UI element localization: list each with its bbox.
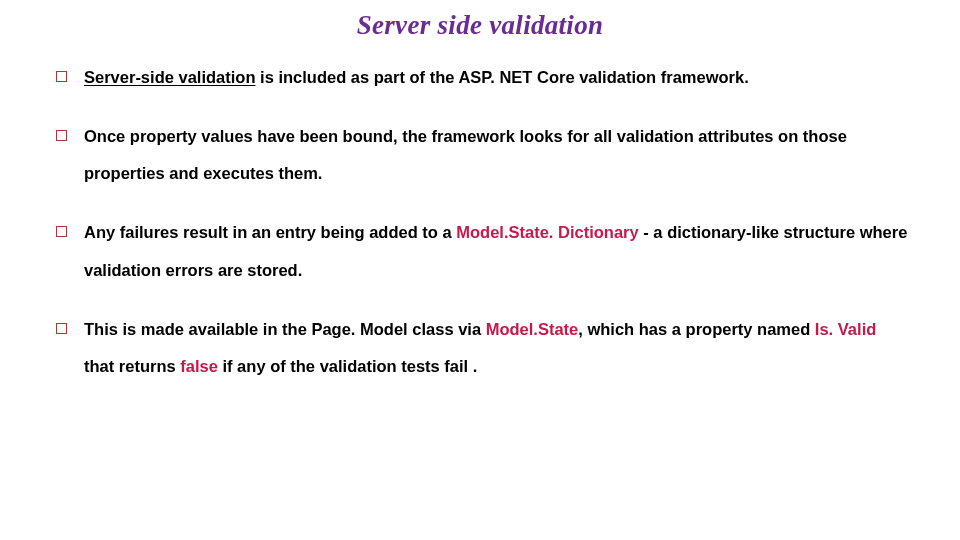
bullet-text: that returns	[84, 357, 180, 375]
model-state-term: Model.State	[486, 320, 579, 338]
is-valid-term: Is. Valid	[815, 320, 876, 338]
bullet-text: , which has a property named	[578, 320, 815, 338]
bullet-text: Once property values have been bound, th…	[84, 127, 847, 182]
bullet-text: is included as part of the ASP. NET Core…	[256, 68, 749, 86]
bullet-item: This is made available in the Page. Mode…	[50, 311, 910, 385]
false-term: false	[180, 357, 218, 375]
bullet-list: Server-side validation is included as pa…	[50, 59, 910, 385]
model-state-dictionary-term: Model.State. Dictionary	[456, 223, 638, 241]
bullet-item: Once property values have been bound, th…	[50, 118, 910, 192]
slide-title: Server side validation	[50, 10, 910, 41]
slide: Server side validation Server-side valid…	[0, 0, 960, 540]
server-side-validation-term: Server-side validation	[84, 68, 256, 86]
bullet-text: Any failures result in an entry being ad…	[84, 223, 456, 241]
bullet-item: Any failures result in an entry being ad…	[50, 214, 910, 288]
bullet-item: Server-side validation is included as pa…	[50, 59, 910, 96]
bullet-text: if any of the validation tests fail .	[218, 357, 477, 375]
bullet-text: This is made available in the Page. Mode…	[84, 320, 486, 338]
